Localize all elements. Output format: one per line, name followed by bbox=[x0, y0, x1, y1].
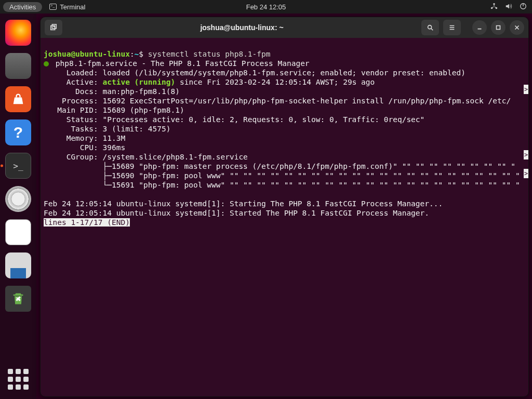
prompt-dollar: $ bbox=[139, 50, 148, 58]
clock[interactable]: Feb 24 12:05 bbox=[246, 3, 286, 11]
command: systemctl status php8.1-fpm bbox=[148, 50, 271, 58]
journal-line-2: Feb 24 12:05:14 ubuntu-linux systemd[1]:… bbox=[44, 209, 429, 217]
close-button[interactable] bbox=[510, 20, 524, 35]
window-titlebar: joshua@ubuntu-linux: ~ bbox=[41, 17, 528, 38]
svg-line-10 bbox=[431, 29, 433, 31]
mainpid-line: Main PID: 15689 (php-fpm8.1) bbox=[44, 106, 184, 114]
prompt-sep: : bbox=[130, 50, 135, 58]
cgroup-line: CGroup: /system.slice/php8.1-fpm.service bbox=[44, 153, 248, 161]
terminal-window: joshua@ubuntu-linux: ~ joshua@ubuntu-lin… bbox=[40, 17, 529, 397]
window-title: joshua@ubuntu-linux: ~ bbox=[66, 23, 417, 32]
active-label: Active: bbox=[44, 78, 103, 86]
dock-save[interactable] bbox=[5, 252, 31, 278]
dock-text-editor[interactable] bbox=[5, 219, 31, 245]
status-dot-icon bbox=[44, 61, 49, 66]
gnome-topbar: Activities Terminal Feb 24 12:05 bbox=[0, 0, 532, 14]
svg-point-9 bbox=[428, 25, 432, 29]
active-rest: since Fri 2023-02-24 12:05:14 AWST; 29s … bbox=[175, 78, 375, 86]
svg-point-0 bbox=[493, 3, 495, 5]
show-applications-button[interactable] bbox=[8, 369, 29, 390]
dock-terminal[interactable]: >_ bbox=[5, 153, 31, 179]
dock-disk[interactable] bbox=[5, 186, 31, 212]
volume-icon[interactable] bbox=[505, 3, 512, 11]
prompt-userhost: joshua@ubuntu-linux bbox=[44, 50, 130, 58]
scroll-indicator-icon: > bbox=[524, 150, 528, 159]
scroll-indicator-icon: > bbox=[524, 85, 528, 94]
unit-line: php8.1-fpm.service - The PHP 8.1 FastCGI… bbox=[51, 59, 310, 68]
memory-line: Memory: 11.3M bbox=[44, 134, 125, 142]
dock-firefox[interactable] bbox=[5, 20, 31, 46]
cpu-line: CPU: 396ms bbox=[44, 143, 125, 152]
hamburger-menu-button[interactable] bbox=[443, 20, 461, 35]
dock-help[interactable]: ? bbox=[5, 119, 31, 145]
scroll-indicator-icon: > bbox=[524, 169, 528, 178]
journal-line-1: Feb 24 12:05:14 ubuntu-linux systemd[1]:… bbox=[44, 200, 443, 208]
status-line: Status: "Processes active: 0, idle: 2, R… bbox=[44, 115, 424, 124]
dock-software-center[interactable] bbox=[5, 86, 31, 112]
active-app-indicator[interactable]: Terminal bbox=[49, 3, 85, 11]
network-icon[interactable] bbox=[490, 3, 498, 11]
cgroup-tree-3: └─15691 "php-fpm: pool www" "" "" "" "" … bbox=[44, 181, 520, 189]
cgroup-tree-2: ├─15690 "php-fpm: pool www" "" "" "" "" … bbox=[44, 171, 520, 180]
terminal-output[interactable]: joshua@ubuntu-linux:~$ systemctl status … bbox=[41, 38, 528, 396]
power-icon[interactable] bbox=[520, 3, 527, 11]
dock-trash[interactable] bbox=[5, 286, 31, 312]
svg-rect-15 bbox=[497, 26, 500, 30]
docs-line: Docs: man:php-fpm8.1(8) bbox=[44, 87, 180, 96]
activities-button[interactable]: Activities bbox=[3, 2, 42, 12]
system-tray[interactable] bbox=[490, 3, 527, 11]
active-value: active (running) bbox=[103, 78, 176, 86]
tasks-line: Tasks: 3 (limit: 4575) bbox=[44, 125, 170, 133]
new-tab-button[interactable] bbox=[45, 20, 62, 35]
active-app-label: Terminal bbox=[60, 3, 85, 11]
minimize-button[interactable] bbox=[472, 20, 487, 35]
maximize-button[interactable] bbox=[491, 20, 506, 35]
terminal-icon bbox=[49, 4, 57, 10]
dock: ? >_ bbox=[0, 14, 36, 399]
search-button[interactable] bbox=[421, 20, 439, 35]
dock-files[interactable] bbox=[5, 53, 31, 79]
cgroup-tree-1: ├─15689 "php-fpm: master process (/etc/p… bbox=[44, 162, 515, 170]
loaded-line: Loaded: loaded (/lib/systemd/system/php8… bbox=[44, 69, 466, 77]
process-line: Process: 15692 ExecStartPost=/usr/lib/ph… bbox=[44, 97, 511, 105]
pager-status: lines 1-17/17 (END) bbox=[44, 218, 130, 227]
